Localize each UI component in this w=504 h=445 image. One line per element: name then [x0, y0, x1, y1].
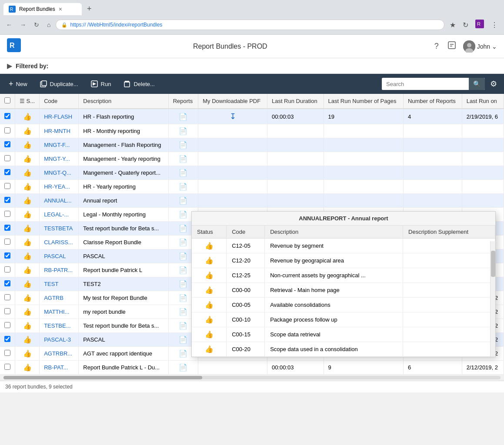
code-link[interactable]: HR-YEA...	[44, 183, 70, 190]
browser-forward-button[interactable]: →	[17, 20, 29, 30]
row-checkbox[interactable]	[4, 322, 10, 328]
sort-header[interactable]: ☰ S...	[15, 94, 40, 109]
row-checkbox-cell[interactable]	[0, 180, 15, 194]
row-checkbox-cell[interactable]	[0, 166, 15, 180]
row-checkbox-cell[interactable]	[0, 305, 15, 319]
row-code[interactable]: MATTHI...	[40, 305, 79, 319]
row-checkbox-cell[interactable]	[0, 277, 15, 291]
row-checkbox[interactable]	[4, 364, 10, 370]
duration-header[interactable]: Last Run Duration	[267, 94, 324, 109]
row-checkbox[interactable]	[4, 294, 10, 300]
row-checkbox[interactable]	[4, 350, 10, 356]
row-checkbox[interactable]	[4, 127, 10, 133]
browser-reload-button[interactable]: ↻	[31, 20, 42, 30]
row-code[interactable]: TESTBETA	[40, 222, 79, 236]
code-link[interactable]: AGTRBR...	[44, 350, 72, 357]
row-checkbox[interactable]	[4, 252, 10, 259]
row-code[interactable]: RB-PATR...	[40, 263, 79, 277]
search-button[interactable]: 🔍	[469, 78, 485, 90]
row-checkbox-cell[interactable]	[0, 236, 15, 249]
notifications-button[interactable]	[446, 39, 458, 53]
pdf-header[interactable]: My Downloadable PDF	[198, 94, 267, 109]
code-link[interactable]: ANNUAL...	[44, 197, 72, 204]
row-code[interactable]: AGTRBR...	[40, 347, 79, 361]
row-checkbox-cell[interactable]	[0, 222, 15, 236]
row-checkbox-cell[interactable]	[0, 291, 15, 305]
code-link[interactable]: MATTHI...	[44, 309, 69, 315]
row-checkbox[interactable]	[4, 155, 10, 161]
filter-toggle-button[interactable]: ▶	[7, 62, 12, 70]
row-checkbox[interactable]	[4, 197, 10, 203]
select-all-checkbox[interactable]	[4, 97, 10, 103]
row-checkbox[interactable]	[4, 266, 10, 272]
code-link[interactable]: HR-MNTH	[44, 128, 70, 134]
last-run-header[interactable]: Last Run on	[462, 94, 504, 109]
code-link[interactable]: HR-FLASH	[44, 113, 72, 120]
browser-back-button[interactable]: ←	[3, 20, 15, 30]
code-link[interactable]: MNGT-F...	[44, 142, 70, 148]
row-checkbox-cell[interactable]	[0, 152, 15, 166]
row-code[interactable]: MNGT-F...	[40, 138, 79, 152]
code-link[interactable]: PASCAL	[44, 253, 66, 259]
browser-refresh-button[interactable]: ↻	[460, 19, 471, 31]
num-reports-header[interactable]: Number of Reports	[403, 94, 462, 109]
code-link[interactable]: TESTBE...	[44, 322, 70, 329]
run-button[interactable]: Run	[85, 77, 117, 90]
row-checkbox[interactable]	[4, 336, 10, 342]
row-checkbox[interactable]	[4, 239, 10, 245]
user-menu[interactable]: John ⌄	[463, 40, 497, 53]
tab-close-button[interactable]: ×	[59, 6, 62, 13]
row-code[interactable]: MNGT-Q...	[40, 166, 79, 180]
row-checkbox-cell[interactable]	[0, 361, 15, 375]
pages-header[interactable]: Last Run Number of Pages	[324, 94, 403, 109]
row-code[interactable]: PASCAL	[40, 249, 79, 263]
row-code[interactable]: HR-MNTH	[40, 124, 79, 138]
reports-header[interactable]: Reports	[168, 94, 198, 109]
popup-scrollbar[interactable]	[490, 241, 495, 357]
row-code[interactable]: HR-YEA...	[40, 180, 79, 194]
row-code[interactable]: MNGT-Y...	[40, 152, 79, 166]
settings-button[interactable]: ⚙	[487, 76, 501, 91]
row-code[interactable]: TESTBE...	[40, 319, 79, 333]
row-checkbox-cell[interactable]	[0, 208, 15, 222]
code-header[interactable]: Code	[40, 94, 79, 109]
row-checkbox-cell[interactable]	[0, 124, 15, 138]
code-link[interactable]: RB-PAT...	[44, 364, 68, 371]
row-checkbox-cell[interactable]	[0, 319, 15, 333]
row-checkbox-cell[interactable]	[0, 249, 15, 263]
code-link[interactable]: AGTRB	[44, 295, 63, 301]
row-checkbox-cell[interactable]	[0, 333, 15, 347]
row-checkbox[interactable]	[4, 280, 10, 286]
row-checkbox-cell[interactable]	[0, 194, 15, 208]
code-link[interactable]: CLARISS...	[44, 239, 73, 246]
new-tab-button[interactable]: +	[83, 3, 95, 15]
row-checkbox-cell[interactable]	[0, 263, 15, 277]
browser-extension-button[interactable]: R	[473, 18, 487, 32]
help-button[interactable]: ?	[433, 40, 441, 53]
row-code[interactable]: LEGAL-...	[40, 208, 79, 222]
duplicate-button[interactable]: Duplicate...	[34, 77, 83, 90]
code-link[interactable]: MNGT-Y...	[44, 156, 70, 162]
browser-home-button[interactable]: ⌂	[44, 20, 53, 30]
delete-button[interactable]: Delete...	[118, 77, 160, 90]
row-checkbox[interactable]	[4, 308, 10, 314]
row-checkbox[interactable]	[4, 113, 10, 119]
code-link[interactable]: PASCAL-3	[44, 336, 71, 343]
code-link[interactable]: RB-PATR...	[44, 267, 73, 273]
select-all-header[interactable]	[0, 94, 15, 109]
row-code[interactable]: RB-PAT...	[40, 361, 79, 375]
browser-menu-button[interactable]: ⋮	[488, 19, 501, 31]
row-checkbox-cell[interactable]	[0, 138, 15, 152]
pdf-download-icon[interactable]: ↧	[230, 112, 236, 121]
row-code[interactable]: PASCAL-3	[40, 333, 79, 347]
horizontal-scrollbar[interactable]	[0, 375, 504, 381]
search-input[interactable]	[382, 78, 469, 90]
browser-bookmark-button[interactable]: ★	[447, 19, 458, 31]
new-button[interactable]: + New	[3, 77, 33, 91]
code-link[interactable]: TESTBETA	[44, 225, 73, 232]
row-code[interactable]: AGTRB	[40, 291, 79, 305]
row-checkbox[interactable]	[4, 211, 10, 217]
code-link[interactable]: MNGT-Q...	[44, 169, 71, 176]
row-checkbox[interactable]	[4, 169, 10, 175]
code-link[interactable]: TEST	[44, 281, 58, 287]
